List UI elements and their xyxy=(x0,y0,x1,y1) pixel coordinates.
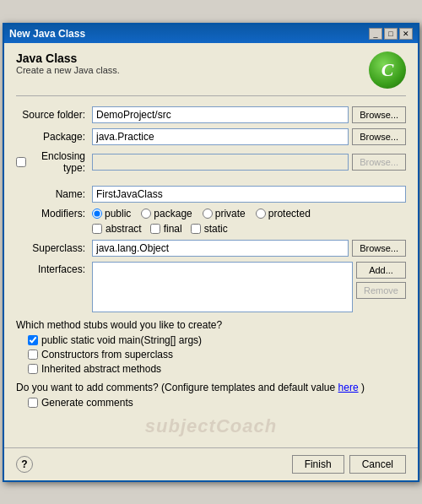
modifier-static-label[interactable]: static xyxy=(191,223,228,235)
enclosing-type-checkbox-label[interactable]: Enclosing type: xyxy=(16,150,85,174)
window-title: New Java Class xyxy=(9,28,85,40)
titlebar: New Java Class _ □ ✕ xyxy=(4,24,418,43)
package-row: Package: Browse... xyxy=(16,128,406,145)
modifier-checkboxes-row: abstract final static xyxy=(92,223,406,235)
main-method-label[interactable]: public static void main(String[] args) xyxy=(28,334,406,346)
modifier-abstract-checkbox[interactable] xyxy=(92,224,102,234)
comments-section: Do you want to add comments? (Configure … xyxy=(16,382,406,409)
interfaces-listbox[interactable] xyxy=(92,262,353,312)
constructors-text: Constructors from superclass xyxy=(41,349,173,360)
interfaces-row: Interfaces: Add... Remove xyxy=(16,262,406,312)
source-folder-controls: Browse... xyxy=(92,106,406,123)
modifier-private-text: private xyxy=(215,208,246,219)
close-button[interactable]: ✕ xyxy=(399,28,413,40)
package-label: Package: xyxy=(16,131,92,143)
constructors-checkbox[interactable] xyxy=(28,350,38,360)
modifier-private-label[interactable]: private xyxy=(203,208,246,219)
modifier-abstract-label[interactable]: abstract xyxy=(92,223,142,235)
help-button[interactable]: ? xyxy=(16,456,33,473)
footer-left: ? xyxy=(16,456,33,473)
comments-options: Generate comments xyxy=(28,397,406,409)
modifier-private-radio[interactable] xyxy=(203,209,213,219)
eclipse-logo-icon xyxy=(369,51,406,89)
dialog-header: Java Class Create a new Java class. xyxy=(16,51,406,96)
package-controls: Browse... xyxy=(92,128,406,145)
separator-1 xyxy=(16,179,406,186)
header-text-group: Java Class Create a new Java class. xyxy=(16,51,120,75)
modifier-public-text: public xyxy=(105,208,131,219)
modifier-protected-text: protected xyxy=(268,208,311,219)
modifier-protected-label[interactable]: protected xyxy=(256,208,311,219)
source-folder-label: Source folder: xyxy=(16,109,92,121)
comments-link[interactable]: here xyxy=(338,382,359,393)
modifier-public-label[interactable]: public xyxy=(92,208,131,219)
main-method-text: public static void main(String[] args) xyxy=(41,334,202,346)
package-input[interactable] xyxy=(92,128,349,145)
enclosing-type-checkbox[interactable] xyxy=(16,157,26,167)
dialog-subtitle: Create a new Java class. xyxy=(16,65,120,75)
enclosing-type-row: Enclosing type: Browse... xyxy=(16,150,406,174)
superclass-browse-button[interactable]: Browse... xyxy=(352,240,406,257)
name-input[interactable] xyxy=(92,186,406,203)
inherited-label[interactable]: Inherited abstract methods xyxy=(28,363,406,375)
modifiers-row: Modifiers: public package private protec… xyxy=(16,208,406,219)
modifier-final-text: final xyxy=(164,223,182,235)
modifier-public-radio[interactable] xyxy=(92,209,102,219)
cancel-button[interactable]: Cancel xyxy=(349,455,406,474)
modifiers-label: Modifiers: xyxy=(16,208,92,219)
superclass-controls: Browse... xyxy=(92,240,406,257)
modifier-final-label[interactable]: final xyxy=(150,223,182,235)
superclass-row: Superclass: Browse... xyxy=(16,240,406,257)
generate-comments-text: Generate comments xyxy=(41,397,133,409)
watermark: subjectCoach xyxy=(16,412,406,439)
modifier-package-radio[interactable] xyxy=(141,209,151,219)
enclosing-type-input[interactable] xyxy=(92,154,349,171)
finish-button[interactable]: Finish xyxy=(292,455,344,474)
dialog-window: New Java Class _ □ ✕ Java Class Create a… xyxy=(3,23,419,482)
modifier-abstract-text: abstract xyxy=(106,223,142,235)
package-browse-button[interactable]: Browse... xyxy=(352,128,406,145)
generate-comments-checkbox[interactable] xyxy=(28,398,38,408)
dialog-title: Java Class xyxy=(16,51,120,65)
main-method-checkbox[interactable] xyxy=(28,335,38,345)
source-folder-input[interactable] xyxy=(92,106,349,123)
maximize-button[interactable]: □ xyxy=(384,28,398,40)
minimize-button[interactable]: _ xyxy=(369,28,382,40)
generate-comments-label[interactable]: Generate comments xyxy=(28,397,406,409)
inherited-text: Inherited abstract methods xyxy=(41,363,161,375)
modifier-protected-radio[interactable] xyxy=(256,209,266,219)
interfaces-remove-button[interactable]: Remove xyxy=(356,282,406,299)
modifier-final-checkbox[interactable] xyxy=(150,224,160,234)
superclass-input[interactable] xyxy=(92,240,349,257)
window-controls: _ □ ✕ xyxy=(369,28,413,40)
superclass-label: Superclass: xyxy=(16,242,92,254)
modifier-static-checkbox[interactable] xyxy=(191,224,201,234)
comments-question-end: ) xyxy=(361,382,365,393)
footer-right: Finish Cancel xyxy=(292,455,406,474)
comments-question-text: Do you want to add comments? (Configure … xyxy=(16,382,335,393)
interfaces-label: Interfaces: xyxy=(16,262,92,275)
enclosing-type-browse-button[interactable]: Browse... xyxy=(352,154,406,171)
modifier-static-text: static xyxy=(204,223,228,235)
name-label: Name: xyxy=(16,188,92,200)
stubs-options: public static void main(String[] args) C… xyxy=(28,334,406,375)
name-controls xyxy=(92,186,406,203)
dialog-content: Java Class Create a new Java class. Sour… xyxy=(4,43,418,447)
source-folder-browse-button[interactable]: Browse... xyxy=(352,106,406,123)
enclosing-type-controls: Browse... xyxy=(92,154,406,171)
interfaces-buttons: Add... Remove xyxy=(356,262,406,299)
dialog-footer: ? Finish Cancel xyxy=(4,447,418,480)
enclosing-type-label: Enclosing type: xyxy=(16,150,92,174)
stubs-section: Which method stubs would you like to cre… xyxy=(16,319,406,375)
interfaces-add-button[interactable]: Add... xyxy=(356,262,406,279)
name-row: Name: xyxy=(16,186,406,203)
modifiers-radio-group: public package private protected xyxy=(92,208,311,219)
source-folder-row: Source folder: Browse... xyxy=(16,106,406,123)
stubs-question: Which method stubs would you like to cre… xyxy=(16,319,406,331)
constructors-label[interactable]: Constructors from superclass xyxy=(28,349,406,360)
modifier-package-label[interactable]: package xyxy=(141,208,192,219)
comments-question: Do you want to add comments? (Configure … xyxy=(16,382,406,393)
modifier-package-text: package xyxy=(154,208,192,219)
inherited-checkbox[interactable] xyxy=(28,364,38,374)
